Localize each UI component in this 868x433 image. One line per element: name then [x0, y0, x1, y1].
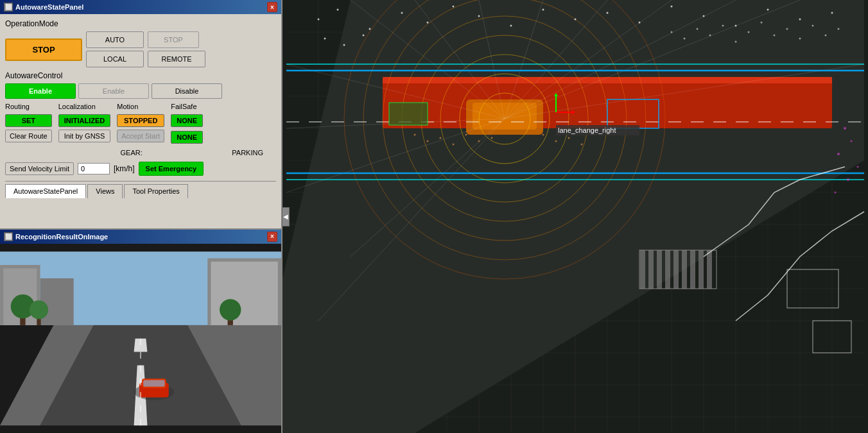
svg-point-142	[581, 144, 583, 146]
auto-button[interactable]: AUTO	[86, 31, 144, 48]
svg-point-144	[684, 38, 686, 40]
svg-point-73	[453, 6, 455, 8]
svg-point-129	[857, 166, 859, 168]
svg-point-9	[30, 300, 48, 319]
set-emergency-button[interactable]: Set Emergency	[139, 162, 204, 176]
right-panel: lane_change_right	[282, 0, 868, 433]
camera-close-button[interactable]: ×	[267, 232, 277, 242]
svg-point-151	[774, 35, 776, 37]
svg-point-152	[786, 28, 788, 30]
camera-panel-icon: ⬜	[4, 232, 13, 241]
svg-point-140	[555, 140, 557, 142]
svg-point-87	[343, 44, 345, 46]
svg-point-70	[369, 28, 371, 30]
svg-point-137	[478, 140, 480, 142]
failsafe-none2-badge: NONE	[171, 131, 203, 144]
svg-point-146	[709, 35, 711, 37]
enable-active-button[interactable]: Enable	[5, 83, 76, 99]
svg-point-75	[510, 25, 512, 27]
svg-point-145	[697, 28, 699, 30]
status-row: Routing SET Clear Route Localization INI…	[5, 103, 276, 144]
svg-point-155	[825, 35, 827, 37]
send-velocity-limit-button[interactable]: Send Velocity Limit	[5, 162, 74, 175]
svg-point-78	[607, 12, 609, 14]
stop-inactive-button[interactable]: STOP	[148, 31, 199, 48]
accept-start-button[interactable]: Accept Start	[117, 130, 164, 142]
svg-point-128	[837, 153, 840, 155]
svg-rect-5	[211, 261, 278, 325]
svg-rect-3	[40, 278, 74, 325]
svg-point-150	[761, 22, 763, 24]
parking-label: PARKING	[232, 149, 263, 157]
routing-set-badge: SET	[5, 114, 52, 127]
motion-label: Motion	[117, 103, 164, 110]
svg-point-132	[414, 134, 416, 136]
svg-point-80	[671, 6, 673, 8]
motion-stopped-badge: STOPPED	[117, 114, 164, 127]
svg-point-83	[767, 9, 769, 11]
camera-scene-svg	[0, 244, 281, 434]
localization-col: Localization INITIALIZED Init by GNSS	[58, 103, 111, 142]
svg-point-149	[748, 31, 750, 33]
svg-point-77	[575, 19, 577, 21]
panel-content: OperationMode STOP AUTO LOCAL STOP REMOT…	[0, 14, 281, 228]
motion-col: Motion STOPPED Accept Start	[117, 103, 164, 142]
svg-point-133	[427, 140, 429, 142]
autoware-control-label: AutowareControl	[5, 71, 276, 80]
svg-point-126	[844, 127, 846, 130]
svg-point-153	[799, 38, 801, 40]
svg-point-76	[542, 9, 544, 11]
svg-point-148	[735, 41, 737, 43]
clear-route-button[interactable]: Clear Route	[5, 130, 52, 142]
svg-point-74	[478, 15, 480, 17]
camera-titlebar: ⬜ RecognitionResultOnImage ×	[0, 230, 281, 244]
left-panel: ⬜ AutowareStatePanel × OperationMode STO…	[0, 0, 282, 433]
init-by-gnss-button[interactable]: Init by GNSS	[58, 130, 111, 142]
svg-point-69	[337, 9, 339, 11]
svg-point-82	[735, 25, 737, 27]
svg-point-68	[318, 19, 320, 21]
svg-point-71	[401, 12, 403, 14]
svg-point-134	[440, 137, 442, 139]
localization-label: Localization	[58, 103, 111, 110]
tab-autoware-state-panel[interactable]: AutowareStatePanel	[5, 184, 86, 198]
svg-point-136	[465, 134, 467, 136]
panel-title: AutowareStatePanel	[15, 3, 83, 11]
svg-point-72	[427, 22, 429, 24]
svg-point-154	[812, 25, 814, 27]
remote-button[interactable]: REMOTE	[148, 51, 205, 67]
titlebar-left: ⬜ AutowareStatePanel	[4, 3, 83, 12]
tab-tool-properties[interactable]: Tool Properties	[124, 184, 187, 198]
svg-point-88	[363, 35, 365, 37]
panel-icon: ⬜	[4, 3, 13, 12]
svg-rect-57	[383, 77, 832, 83]
tabs-row: AutowareStatePanel Views Tool Properties	[5, 181, 276, 198]
svg-point-147	[722, 25, 724, 27]
enable-inactive-button[interactable]: Enable	[78, 83, 149, 99]
svg-point-141	[568, 137, 570, 139]
svg-rect-20	[143, 380, 164, 386]
svg-point-11	[220, 299, 241, 320]
operation-mode-row: STOP AUTO LOCAL STOP REMOTE	[5, 31, 276, 67]
svg-rect-107	[389, 103, 428, 125]
local-button[interactable]: LOCAL	[86, 51, 144, 67]
autoware-state-panel-titlebar: ⬜ AutowareStatePanel ×	[0, 0, 281, 14]
collapse-button[interactable]: ◀	[282, 207, 290, 226]
gear-parking-row: GEAR: PARKING	[5, 149, 276, 157]
camera-panel-title: RecognitionResultOnImage	[15, 233, 108, 241]
stop-active-button[interactable]: STOP	[5, 38, 82, 61]
svg-point-130	[847, 178, 849, 181]
velocity-input[interactable]	[78, 163, 110, 174]
svg-point-135	[453, 144, 455, 146]
operation-mode-label: OperationMode	[5, 19, 276, 28]
close-button[interactable]: ×	[267, 2, 277, 12]
svg-point-86	[324, 38, 326, 40]
tab-views[interactable]: Views	[87, 184, 123, 198]
map-lane-label: lane_change_right	[558, 126, 616, 134]
disable-button[interactable]: Disable	[152, 83, 222, 99]
svg-point-84	[799, 19, 801, 21]
svg-point-139	[542, 134, 544, 136]
svg-point-85	[831, 12, 833, 14]
failsafe-label: FailSafe	[171, 103, 203, 110]
velocity-row: Send Velocity Limit [km/h] Set Emergency	[5, 162, 276, 176]
